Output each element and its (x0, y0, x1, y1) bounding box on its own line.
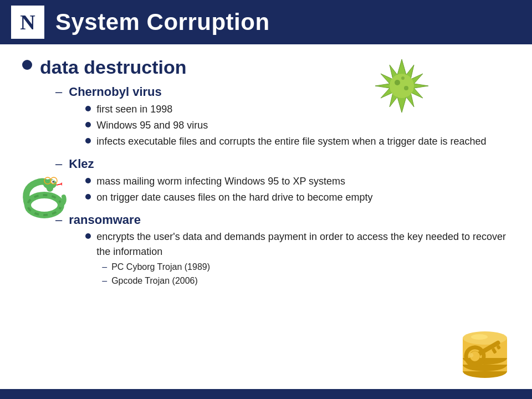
dash-item-ransomware: – ransomware encrypts the user's data an… (55, 212, 510, 291)
virus-decoration (371, 55, 432, 116)
main-content: data destruction – Chernobyl virus first… (0, 44, 532, 309)
list-item: – Gpcode Trojan (2006) (102, 274, 510, 288)
dash-icon-1: – (55, 84, 62, 101)
svg-point-4 (401, 76, 405, 80)
logo-box: N (11, 6, 44, 39)
bullet-text-3: infects executable files and corrupts th… (96, 134, 486, 149)
footer-bar (0, 389, 532, 399)
bullet-text-2: Windows 95 and 98 virus (96, 118, 208, 133)
sub-dash-icon-2: – (102, 274, 107, 288)
small-dot (85, 106, 91, 111)
logo-letter: N (20, 12, 35, 33)
sub-dash-text-2: Gpcode Trojan (2006) (111, 274, 198, 288)
list-item: – PC Cyborg Trojan (1989) (102, 260, 510, 274)
page-title: System Corruption (55, 9, 270, 35)
bullet-text-1: first seen in 1998 (96, 102, 172, 117)
dash-item-klez: – Klez mass mailing worm infecting Windo… (55, 156, 510, 208)
list-item: infects executable files and corrupts th… (85, 134, 486, 149)
dash-item-chernobyl: – Chernobyl virus first seen in 1998 Win… (55, 84, 510, 152)
sub-list: – Chernobyl virus first seen in 1998 Win… (22, 84, 510, 291)
header: N System Corruption (0, 0, 532, 44)
list-item: on trigger date causes files on the hard… (85, 190, 372, 205)
list-item: mass mailing worm infecting Windows 95 t… (85, 174, 372, 189)
main-bullet-text: data destruction (40, 57, 186, 78)
ransomware-bullet-1: encrypts the user's data and demands pay… (96, 229, 510, 259)
list-item: encrypts the user's data and demands pay… (85, 229, 510, 259)
main-bullet-item: data destruction (22, 57, 510, 78)
svg-point-3 (404, 86, 408, 90)
list-item: Windows 95 and 98 virus (85, 118, 486, 133)
dash-label-ransomware: ransomware (69, 213, 141, 227)
svg-point-8 (53, 181, 54, 183)
snake-decoration (17, 161, 66, 222)
small-dot (85, 194, 91, 200)
small-dot (85, 233, 91, 239)
svg-point-22 (471, 334, 488, 340)
coins-decoration (449, 316, 515, 377)
dash-label-klez: Klez (69, 157, 94, 171)
main-bullet-dot (22, 60, 32, 70)
small-dot (85, 138, 91, 144)
klez-bullet-1: mass mailing worm infecting Windows 95 t… (96, 174, 345, 189)
klez-bullet-2: on trigger date causes files on the hard… (96, 190, 372, 205)
sub-dash-text-1: PC Cyborg Trojan (1989) (111, 260, 210, 274)
ransomware-sub-dashes: – PC Cyborg Trojan (1989) – Gpcode Troja… (85, 260, 510, 288)
svg-point-2 (395, 80, 400, 85)
klez-bullets: mass mailing worm infecting Windows 95 t… (69, 174, 372, 205)
dash-label-chernobyl: Chernobyl virus (69, 85, 161, 99)
sub-dash-icon-1: – (102, 260, 107, 274)
small-dot (85, 178, 91, 183)
ransomware-bullets: encrypts the user's data and demands pay… (69, 229, 510, 288)
small-dot (85, 122, 91, 127)
